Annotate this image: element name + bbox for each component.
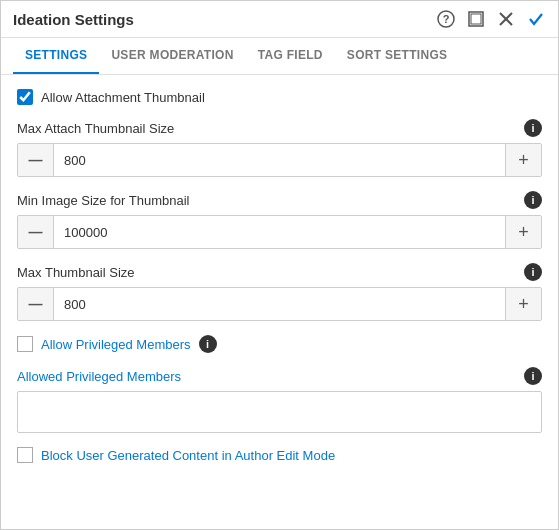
plus-icon-3: + [518,295,529,313]
tab-user-moderation[interactable]: USER MODERATION [99,38,245,74]
titlebar: Ideation Settings ? [1,1,558,38]
allow-attachment-thumbnail-label: Allow Attachment Thumbnail [41,90,205,105]
max-attach-thumbnail-size-input[interactable] [54,144,505,176]
allowed-privileged-members-group: Allowed Privileged Members i [17,367,542,433]
confirm-icon[interactable] [526,9,546,29]
settings-content: Allow Attachment Thumbnail Max Attach Th… [1,75,558,529]
max-thumbnail-size-info-icon[interactable]: i [524,263,542,281]
close-icon[interactable] [496,9,516,29]
allowed-privileged-members-info-icon[interactable]: i [524,367,542,385]
max-attach-thumbnail-size-decrement-button[interactable]: — [18,144,54,176]
max-attach-thumbnail-size-label-row: Max Attach Thumbnail Size i [17,119,542,137]
minus-icon-3: — [29,297,43,311]
expand-icon[interactable] [466,9,486,29]
min-image-size-thumbnail-group: Min Image Size for Thumbnail i — + [17,191,542,249]
max-attach-thumbnail-size-label: Max Attach Thumbnail Size [17,121,174,136]
block-user-generated-label: Block User Generated Content in Author E… [41,448,335,463]
tabs-bar: SETTINGS USER MODERATION TAG FIELD SORT … [1,38,558,75]
block-user-generated-row: Block User Generated Content in Author E… [17,447,542,463]
max-thumbnail-size-group: Max Thumbnail Size i — + [17,263,542,321]
allow-privileged-members-checkbox[interactable] [17,336,33,352]
min-image-size-thumbnail-label: Min Image Size for Thumbnail [17,193,189,208]
tab-tag-field[interactable]: TAG FIELD [246,38,335,74]
max-thumbnail-size-label: Max Thumbnail Size [17,265,135,280]
allow-attachment-thumbnail-row: Allow Attachment Thumbnail [17,89,542,105]
ideation-settings-window: Ideation Settings ? [0,0,559,530]
min-image-size-thumbnail-increment-button[interactable]: + [505,216,541,248]
svg-rect-3 [471,14,481,24]
svg-text:?: ? [443,13,450,25]
plus-icon-2: + [518,223,529,241]
minus-icon-2: — [29,225,43,239]
block-user-generated-checkbox[interactable] [17,447,33,463]
max-thumbnail-size-stepper: — + [17,287,542,321]
min-image-size-thumbnail-stepper: — + [17,215,542,249]
max-attach-thumbnail-size-group: Max Attach Thumbnail Size i — + [17,119,542,177]
max-thumbnail-size-label-row: Max Thumbnail Size i [17,263,542,281]
max-thumbnail-size-increment-button[interactable]: + [505,288,541,320]
allowed-privileged-members-input[interactable] [17,391,542,433]
max-attach-thumbnail-size-increment-button[interactable]: + [505,144,541,176]
tab-sort-settings[interactable]: SORT SETTINGS [335,38,460,74]
max-thumbnail-size-input[interactable] [54,288,505,320]
help-icon[interactable]: ? [436,9,456,29]
allowed-privileged-members-label-row: Allowed Privileged Members i [17,367,542,385]
window-title: Ideation Settings [13,11,134,28]
tab-settings[interactable]: SETTINGS [13,38,99,74]
max-attach-thumbnail-size-info-icon[interactable]: i [524,119,542,137]
allowed-privileged-members-label: Allowed Privileged Members [17,369,181,384]
allow-privileged-members-label: Allow Privileged Members [41,337,191,352]
allow-privileged-members-row: Allow Privileged Members i [17,335,542,353]
min-image-size-thumbnail-decrement-button[interactable]: — [18,216,54,248]
titlebar-icons: ? [436,9,546,29]
allow-privileged-members-info-icon[interactable]: i [199,335,217,353]
minus-icon: — [29,153,43,167]
max-attach-thumbnail-size-stepper: — + [17,143,542,177]
min-image-size-thumbnail-info-icon[interactable]: i [524,191,542,209]
min-image-size-thumbnail-label-row: Min Image Size for Thumbnail i [17,191,542,209]
plus-icon: + [518,151,529,169]
min-image-size-thumbnail-input[interactable] [54,216,505,248]
max-thumbnail-size-decrement-button[interactable]: — [18,288,54,320]
allow-attachment-thumbnail-checkbox[interactable] [17,89,33,105]
